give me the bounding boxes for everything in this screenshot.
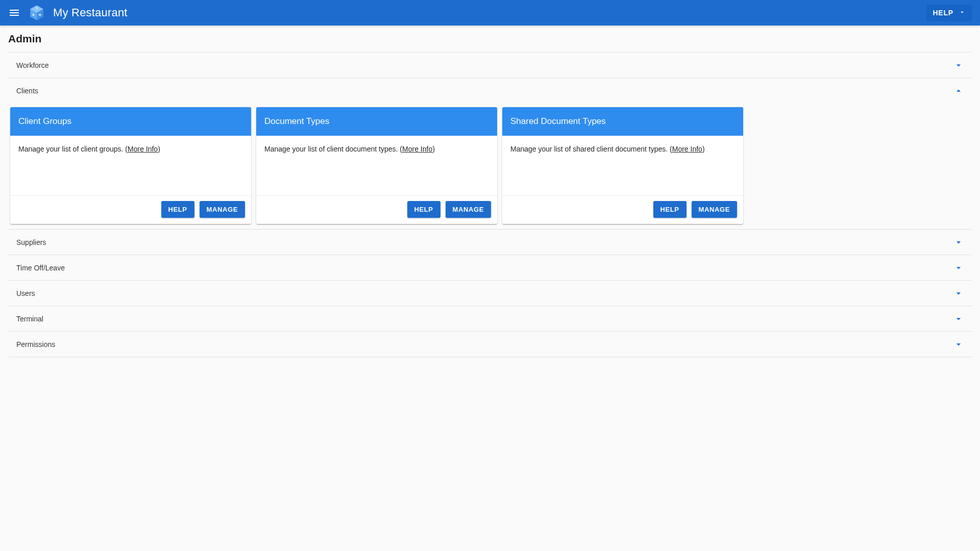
app-bar: 1 B M My Restaurant HELP [0, 0, 980, 26]
card-actions: HELP MANAGE [10, 196, 251, 224]
more-info-link[interactable]: More Info [128, 145, 158, 153]
card-shared-document-types: Shared Document Types Manage your list o… [502, 107, 743, 224]
section-workforce: Workforce [8, 52, 972, 78]
manage-button[interactable]: MANAGE [692, 201, 737, 218]
section-time-off-leave: Time Off/Leave [8, 255, 972, 280]
card-body: Manage your list of shared client docume… [502, 136, 743, 196]
section-permissions: Permissions [8, 331, 972, 357]
card-client-groups: Client Groups Manage your list of client… [10, 107, 251, 224]
card-desc: Manage your list of client document type… [264, 145, 400, 153]
card-document-types: Document Types Manage your list of clien… [256, 107, 497, 224]
app-title: My Restaurant [53, 6, 128, 19]
help-dropdown-label: HELP [933, 9, 953, 17]
card-desc: Manage your list of client groups. [18, 145, 125, 153]
admin-page: Admin Workforce Clients Client Groups Ma… [0, 26, 980, 357]
section-label: Suppliers [16, 238, 46, 246]
section-terminal: Terminal [8, 306, 972, 331]
svg-text:B: B [33, 13, 35, 16]
section-suppliers: Suppliers [8, 229, 972, 255]
page-title: Admin [8, 33, 972, 45]
section-label: Clients [16, 87, 38, 95]
svg-text:1: 1 [36, 7, 37, 10]
manage-button[interactable]: MANAGE [200, 201, 245, 218]
section-label: Terminal [16, 315, 43, 323]
card-title: Document Types [256, 107, 497, 136]
chevron-down-icon [953, 237, 964, 247]
section-header-users[interactable]: Users [8, 281, 972, 306]
chevron-down-icon [953, 314, 964, 324]
chevron-down-icon [953, 288, 964, 298]
section-header-clients[interactable]: Clients [8, 78, 972, 103]
caret-down-icon [959, 9, 966, 17]
chevron-down-icon [953, 263, 964, 273]
section-clients: Clients Client Groups Manage your list o… [8, 78, 972, 229]
section-label: Workforce [16, 61, 49, 69]
section-body-clients: Client Groups Manage your list of client… [8, 103, 972, 229]
section-header-suppliers[interactable]: Suppliers [8, 230, 972, 255]
card-actions: HELP MANAGE [256, 196, 497, 224]
help-dropdown[interactable]: HELP [926, 5, 972, 21]
card-body: Manage your list of client groups. (More… [10, 136, 251, 196]
section-header-permissions[interactable]: Permissions [8, 332, 972, 357]
menu-icon[interactable] [8, 7, 20, 19]
chevron-down-icon [953, 339, 964, 349]
chevron-up-icon [953, 86, 964, 96]
section-label: Permissions [16, 340, 55, 348]
card-title: Client Groups [10, 107, 251, 136]
app-logo-icon: 1 B M [29, 5, 45, 21]
help-button[interactable]: HELP [407, 201, 440, 218]
manage-button[interactable]: MANAGE [446, 201, 491, 218]
chevron-down-icon [953, 60, 964, 70]
more-info-link[interactable]: More Info [402, 145, 432, 153]
card-actions: HELP MANAGE [502, 196, 743, 224]
section-label: Users [16, 289, 35, 297]
section-header-time-off-leave[interactable]: Time Off/Leave [8, 255, 972, 280]
more-info-link[interactable]: More Info [672, 145, 702, 153]
section-header-terminal[interactable]: Terminal [8, 306, 972, 331]
section-label: Time Off/Leave [16, 264, 65, 272]
card-body: Manage your list of client document type… [256, 136, 497, 196]
card-desc: Manage your list of shared client docume… [510, 145, 670, 153]
svg-text:M: M [39, 13, 41, 16]
card-title: Shared Document Types [502, 107, 743, 136]
section-header-workforce[interactable]: Workforce [8, 53, 972, 78]
help-button[interactable]: HELP [161, 201, 194, 218]
help-button[interactable]: HELP [653, 201, 687, 218]
section-users: Users [8, 280, 972, 306]
